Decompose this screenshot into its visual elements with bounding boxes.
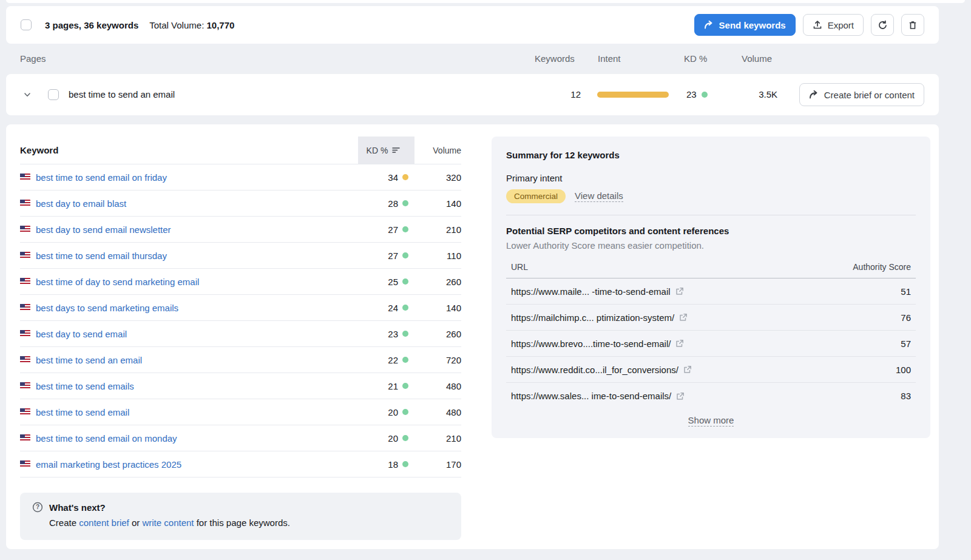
total-volume-value: 10,770 xyxy=(206,20,234,30)
send-keywords-label: Send keywords xyxy=(719,20,786,30)
url-row: https://www.maile... -time-to-send-email… xyxy=(506,278,916,305)
keyword-row: best time to send email on friday 34 320 xyxy=(20,164,461,191)
column-header-volume: Volume xyxy=(742,53,772,64)
kd-dot xyxy=(402,226,408,232)
kd-header-cell[interactable]: KD % xyxy=(358,137,414,164)
volume-cell: 210 xyxy=(414,433,461,444)
export-button[interactable]: Export xyxy=(803,14,864,36)
create-brief-label: Create brief or content xyxy=(824,90,915,100)
external-link-icon[interactable] xyxy=(676,392,685,400)
select-all-checkbox[interactable] xyxy=(21,19,32,30)
create-brief-button[interactable]: Create brief or content xyxy=(799,83,924,106)
kd-value: 22 xyxy=(388,355,398,365)
page-title: best time to send an email xyxy=(69,89,175,100)
kd-cell: 18 xyxy=(358,459,414,470)
chevron-down-icon[interactable] xyxy=(23,90,32,99)
keyword-link[interactable]: best time to send an email xyxy=(36,355,142,365)
whats-next-text-rest: for this page keywords. xyxy=(194,518,290,528)
us-flag-icon xyxy=(20,434,30,442)
keyword-link[interactable]: best days to send marketing emails xyxy=(36,303,178,313)
keyword-cell: best time to send emails xyxy=(20,381,358,391)
show-more-link[interactable]: Show more xyxy=(688,415,734,427)
volume-cell: 170 xyxy=(414,459,461,470)
trash-icon xyxy=(908,20,918,30)
kd-dot xyxy=(402,435,408,441)
total-volume: Total Volume: 10,770 xyxy=(149,20,234,30)
selection-summary: 3 pages, 36 keywords xyxy=(45,20,138,30)
sort-descending-icon xyxy=(392,147,400,153)
keyword-cell: best time of day to send marketing email xyxy=(20,277,358,287)
volume-cell: 480 xyxy=(414,407,461,417)
delete-button[interactable] xyxy=(901,14,924,36)
kd-dot xyxy=(402,409,408,415)
kd-value: 28 xyxy=(388,198,398,209)
page-details-card: Keyword KD % Volume best time to send em… xyxy=(6,124,939,549)
external-link-icon[interactable] xyxy=(679,313,688,322)
volume-cell: 140 xyxy=(414,303,461,313)
kd-value: 25 xyxy=(388,277,398,287)
export-icon xyxy=(813,20,822,30)
keyword-link[interactable]: best time to send email on monday xyxy=(36,433,177,444)
keyword-link[interactable]: email marketing best practices 2025 xyxy=(36,459,181,470)
keyword-link[interactable]: best day to email blast xyxy=(36,198,126,209)
toolbar-actions: Send keywords Export xyxy=(694,14,924,36)
kd-dot xyxy=(402,357,408,363)
keyword-cell: best time to send email on friday xyxy=(20,172,358,183)
kd-cell: 22 xyxy=(358,355,414,365)
us-flag-icon xyxy=(20,408,30,416)
keyword-link[interactable]: best time to send email thursday xyxy=(36,251,167,261)
kd-value: 18 xyxy=(388,459,398,470)
url-table: URL Authority Score https://www.maile...… xyxy=(506,262,916,425)
keyword-row: best time to send emails 21 480 xyxy=(20,373,461,399)
write-content-link[interactable]: write content xyxy=(142,518,194,528)
url-text: https://www.brevo....time-to-send-email/ xyxy=(511,339,671,349)
kd-cell: 24 xyxy=(358,303,414,313)
url-text: https://www.reddit.co...il_for_conversio… xyxy=(511,365,678,375)
us-flag-icon xyxy=(20,226,30,233)
keyword-row: best time to send email on monday 20 210 xyxy=(20,425,461,451)
url-cell: https://mailchimp.c... ptimization-syste… xyxy=(511,312,688,323)
us-flag-icon xyxy=(20,330,30,337)
keyword-link[interactable]: best time of day to send marketing email xyxy=(36,277,199,287)
send-keywords-button[interactable]: Send keywords xyxy=(694,14,796,36)
keyword-header-cell: Keyword xyxy=(20,145,358,155)
total-volume-label: Total Volume: xyxy=(149,20,204,30)
us-flag-icon xyxy=(20,252,30,259)
volume-cell: 140 xyxy=(414,198,461,209)
page-checkbox[interactable] xyxy=(48,89,59,100)
keyword-cell: best days to send marketing emails xyxy=(20,303,358,313)
whats-next-title: What's next? xyxy=(49,502,106,513)
kd-dot xyxy=(402,252,408,258)
summary-title: Summary for 12 keywords xyxy=(506,150,916,160)
kd-cell: 21 xyxy=(358,381,414,391)
url-header-label: URL xyxy=(511,262,528,272)
keyword-link[interactable]: best time to send email xyxy=(36,407,129,417)
kd-value: 27 xyxy=(388,251,398,261)
kd-dot xyxy=(402,174,408,180)
external-link-icon[interactable] xyxy=(675,287,684,295)
kd-value: 24 xyxy=(388,303,398,313)
url-text: https://www.sales... ime-to-send-emails/ xyxy=(511,391,671,401)
keyword-link[interactable]: best day to send email newsletter xyxy=(36,224,171,235)
refresh-button[interactable] xyxy=(871,14,894,36)
authority-score-value: 100 xyxy=(896,365,911,375)
keyword-link[interactable]: best day to send email xyxy=(36,329,127,339)
kd-value: 20 xyxy=(388,407,398,417)
view-details-link[interactable]: View details xyxy=(575,191,623,202)
kd-dot xyxy=(402,278,408,285)
external-link-icon[interactable] xyxy=(683,365,692,374)
authority-score-value: 51 xyxy=(901,286,911,297)
volume-cell: 110 xyxy=(414,251,461,261)
kd-cell: 25 xyxy=(358,277,414,287)
kd-cell: 28 xyxy=(358,198,414,209)
keyword-cell: email marketing best practices 2025 xyxy=(20,459,358,470)
whats-next-box: ? What's next? Create content brief or w… xyxy=(20,493,461,540)
url-text: https://mailchimp.c... ptimization-syste… xyxy=(511,312,674,323)
content-brief-link[interactable]: content brief xyxy=(79,518,129,528)
us-flag-icon xyxy=(20,174,30,181)
keyword-cell: best day to send email newsletter xyxy=(20,224,358,235)
external-link-icon[interactable] xyxy=(675,339,684,348)
kd-dot xyxy=(702,92,708,98)
keyword-link[interactable]: best time to send email on friday xyxy=(36,172,167,183)
keyword-link[interactable]: best time to send emails xyxy=(36,381,134,391)
